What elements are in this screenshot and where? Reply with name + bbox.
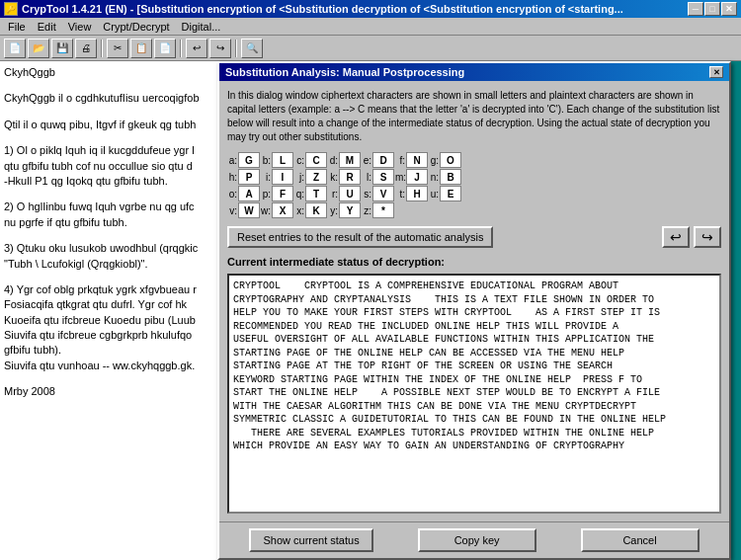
minimize-button[interactable]: ─	[688, 2, 703, 16]
sub-cell: l:	[362, 169, 394, 185]
dialog-title-bar: Substitution Analysis: Manual Postproces…	[219, 63, 729, 81]
sub-cell: c:	[294, 152, 327, 168]
sub-cell: f:	[395, 152, 428, 168]
sub-row: v:w:x:y:z:	[227, 202, 721, 218]
dialog-close-button[interactable]: ✕	[709, 66, 723, 78]
sub-cell: r:	[328, 186, 361, 201]
undo-button[interactable]: ↩	[186, 39, 207, 58]
sub-cell-input[interactable]	[339, 169, 361, 185]
cut-button[interactable]: ✂	[107, 39, 128, 58]
open-button[interactable]: 📂	[28, 39, 49, 58]
sub-cell-label: h:	[227, 172, 237, 183]
dialog-footer: Show current status Copy key Cancel	[219, 521, 729, 558]
sub-cell-label: k:	[328, 172, 338, 183]
save-button[interactable]: 💾	[51, 39, 73, 58]
sub-cell-label: j:	[294, 172, 304, 183]
copy-button[interactable]: 📋	[130, 39, 152, 58]
sub-cell: x:	[294, 202, 327, 218]
sub-cell: h:	[227, 169, 260, 185]
sub-cell-input[interactable]	[372, 169, 394, 185]
redo-substitution-button[interactable]: ↪	[694, 226, 721, 248]
sub-row: a:b:c:d:e:f:g:	[227, 152, 721, 168]
copy-key-button[interactable]: Copy key	[418, 528, 536, 552]
sub-cell-input[interactable]	[440, 152, 461, 168]
sub-cell-label: p:	[261, 189, 271, 200]
sub-cell-input[interactable]	[238, 186, 260, 201]
reset-button[interactable]: Reset entries to the result of the autom…	[227, 226, 493, 248]
sub-cell-input[interactable]	[272, 202, 293, 218]
sub-cell-label: z:	[362, 205, 371, 216]
new-button[interactable]: 📄	[4, 39, 26, 58]
sub-cell-input[interactable]	[272, 169, 293, 185]
sub-cell-label: o:	[227, 189, 237, 200]
toolbar-separator-3	[235, 40, 237, 57]
sub-cell: i:	[261, 169, 293, 185]
sub-cell-input[interactable]	[305, 152, 327, 168]
paste-button[interactable]: 📄	[154, 39, 176, 58]
sub-cell-input[interactable]	[272, 186, 293, 201]
sub-cell: t:	[395, 186, 428, 201]
show-status-button[interactable]: Show current status	[249, 528, 372, 552]
app-icon: 🔑	[4, 2, 18, 16]
cancel-button[interactable]: Cancel	[581, 528, 700, 552]
sub-cell-label: y:	[328, 205, 338, 216]
toolbar-separator-1	[101, 40, 103, 57]
sub-cell-input[interactable]	[339, 186, 361, 201]
sub-cell: b:	[261, 152, 293, 168]
maximize-button[interactable]: □	[704, 2, 720, 16]
sub-cell: o:	[227, 186, 260, 201]
sub-cell-input[interactable]	[238, 152, 260, 168]
sub-cell-input[interactable]	[238, 202, 260, 218]
sub-cell-input[interactable]	[272, 152, 293, 168]
sub-cell-label: e:	[362, 155, 371, 166]
print-button[interactable]: 🖨	[75, 39, 97, 58]
sub-cell-input[interactable]	[339, 202, 361, 218]
menu-edit[interactable]: Edit	[32, 20, 62, 34]
sub-cell-input[interactable]	[372, 186, 394, 201]
sub-cell-label: n:	[429, 172, 439, 183]
sub-cell-label: f:	[395, 155, 405, 166]
sub-cell-input[interactable]	[372, 152, 394, 168]
sub-cell-label: d:	[328, 155, 338, 166]
undo-substitution-button[interactable]: ↩	[662, 226, 690, 248]
sub-cell-input[interactable]	[372, 202, 394, 218]
redo-button[interactable]: ↪	[209, 39, 231, 58]
sub-cell: e:	[362, 152, 394, 168]
decryption-text-area[interactable]: CRYPTOOL CRYPTOOL IS A COMPREHENSIVE EDU…	[229, 276, 719, 512]
menu-digital[interactable]: Digital...	[176, 20, 227, 34]
sub-cell-label: b:	[261, 155, 271, 166]
sub-cell-label: i:	[261, 172, 271, 183]
main-window-title: CrypTool 1.4.21 (EN) - [Substitution enc…	[22, 3, 623, 15]
sub-cell-input[interactable]	[305, 169, 327, 185]
sub-cell-label: q:	[294, 189, 304, 200]
sub-cell-label: s:	[362, 189, 371, 200]
sub-cell-input[interactable]	[339, 152, 361, 168]
undo-redo-group: ↩ ↪	[662, 226, 721, 248]
menu-file[interactable]: File	[2, 20, 32, 34]
sub-cell-input[interactable]	[238, 169, 260, 185]
menu-view[interactable]: View	[62, 20, 98, 34]
sub-cell-input[interactable]	[406, 169, 428, 185]
sub-cell-label: r:	[328, 189, 338, 200]
sub-cell-label: c:	[294, 155, 304, 166]
sub-cell-input[interactable]	[406, 152, 428, 168]
sub-cell-input[interactable]	[305, 202, 327, 218]
sub-cell-input[interactable]	[305, 186, 327, 201]
sub-cell-label: w:	[261, 205, 271, 216]
close-button[interactable]: ✕	[721, 2, 737, 16]
sub-cell-input[interactable]	[406, 186, 428, 201]
sub-cell: d:	[328, 152, 361, 168]
dialog-title: Substitution Analysis: Manual Postproces…	[225, 66, 464, 78]
sub-cell-label: t:	[395, 189, 405, 200]
sub-cell-input[interactable]	[440, 169, 461, 185]
sub-cell-label: v:	[227, 205, 237, 216]
window-controls: ─ □ ✕	[688, 2, 737, 16]
sub-cell-label: m:	[395, 172, 405, 183]
substitution-grid: a:b:c:d:e:f:g:h:i:j:k:l:m:n:o:p:q:r:s:t:…	[227, 152, 721, 218]
search-button[interactable]: 🔍	[241, 39, 263, 58]
sub-cell-label: x:	[294, 205, 304, 216]
sub-cell: g:	[429, 152, 461, 168]
sub-row: h:i:j:k:l:m:n:	[227, 169, 721, 185]
sub-cell-input[interactable]	[440, 186, 461, 201]
menu-crypt[interactable]: Crypt/Decrypt	[97, 20, 175, 34]
